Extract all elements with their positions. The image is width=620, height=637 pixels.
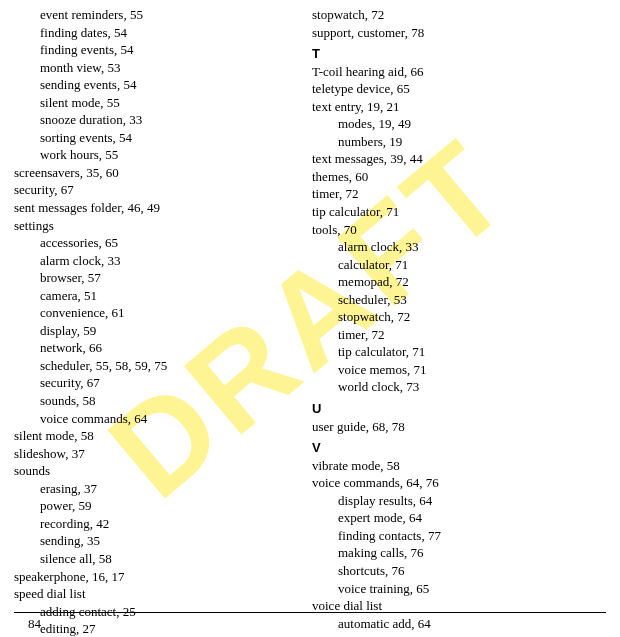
section-letter: V: [312, 439, 596, 457]
index-entry: text entry, 19, 21: [312, 98, 596, 116]
index-entry: tip calculator, 71: [312, 343, 596, 361]
index-entry: sending, 35: [14, 532, 298, 550]
index-page: event reminders, 55finding dates, 54find…: [0, 0, 620, 618]
index-entry: finding dates, 54: [14, 24, 298, 42]
index-entry: user guide, 68, 78: [312, 418, 596, 436]
index-entry: sounds, 58: [14, 392, 298, 410]
index-entry: power, 59: [14, 497, 298, 515]
index-entry: making calls, 76: [312, 544, 596, 562]
index-entry: scheduler, 53: [312, 291, 596, 309]
index-entry: scheduler, 55, 58, 59, 75: [14, 357, 298, 375]
index-entry: tip calculator, 71: [312, 203, 596, 221]
index-entry: sorting events, 54: [14, 129, 298, 147]
index-entry: stopwatch, 72: [312, 6, 596, 24]
index-entry: voice commands, 64: [14, 410, 298, 428]
index-entry: erasing, 37: [14, 480, 298, 498]
index-entry: world clock, 73: [312, 378, 596, 396]
index-entry: alarm clock, 33: [14, 252, 298, 270]
index-entry: snooze duration, 33: [14, 111, 298, 129]
index-entry: voice dial list: [312, 597, 596, 615]
index-entry: sent messages folder, 46, 49: [14, 199, 298, 217]
index-entry: camera, 51: [14, 287, 298, 305]
section-letter: T: [312, 45, 596, 63]
index-entry: finding contacts, 77: [312, 527, 596, 545]
index-entry: network, 66: [14, 339, 298, 357]
index-entry: security, 67: [14, 181, 298, 199]
index-entry: sounds: [14, 462, 298, 480]
index-entry: timer, 72: [312, 185, 596, 203]
index-entry: slideshow, 37: [14, 445, 298, 463]
index-entry: silent mode, 58: [14, 427, 298, 445]
index-entry: browser, 57: [14, 269, 298, 287]
index-entry: work hours, 55: [14, 146, 298, 164]
section-letter: U: [312, 400, 596, 418]
index-entry: silent mode, 55: [14, 94, 298, 112]
index-entry: editing, 27: [14, 620, 298, 637]
index-entry: accessories, 65: [14, 234, 298, 252]
index-entry: numbers, 19: [312, 133, 596, 151]
index-entry: speed dial list: [14, 585, 298, 603]
index-entry: support, customer, 78: [312, 24, 596, 42]
index-entry: voice training, 65: [312, 580, 596, 598]
index-entry: teletype device, 65: [312, 80, 596, 98]
index-entry: month view, 53: [14, 59, 298, 77]
index-entry: voice memos, 71: [312, 361, 596, 379]
index-entry: finding events, 54: [14, 41, 298, 59]
index-entry: convenience, 61: [14, 304, 298, 322]
index-entry: T-coil hearing aid, 66: [312, 63, 596, 81]
index-entry: sending events, 54: [14, 76, 298, 94]
index-entry: alarm clock, 33: [312, 238, 596, 256]
index-entry: display, 59: [14, 322, 298, 340]
index-entry: shortcuts, 76: [312, 562, 596, 580]
index-entry: automatic add, 64: [312, 615, 596, 633]
index-entry: text messages, 39, 44: [312, 150, 596, 168]
index-entry: security, 67: [14, 374, 298, 392]
index-entry: calculator, 71: [312, 256, 596, 274]
index-entry: vibrate mode, 58: [312, 457, 596, 475]
index-entry: themes, 60: [312, 168, 596, 186]
right-column: stopwatch, 72support, customer, 78TT-coi…: [308, 6, 606, 618]
index-entry: screensavers, 35, 60: [14, 164, 298, 182]
index-entry: silence all, 58: [14, 550, 298, 568]
index-entry: adding contact, 25: [14, 603, 298, 621]
index-entry: speakerphone, 16, 17: [14, 568, 298, 586]
left-column: event reminders, 55finding dates, 54find…: [14, 6, 308, 618]
index-entry: modes, 19, 49: [312, 115, 596, 133]
index-entry: timer, 72: [312, 326, 596, 344]
index-entry: expert mode, 64: [312, 509, 596, 527]
index-entry: recording, 42: [14, 515, 298, 533]
index-entry: memopad, 72: [312, 273, 596, 291]
index-entry: stopwatch, 72: [312, 308, 596, 326]
index-entry: voice commands, 64, 76: [312, 474, 596, 492]
index-entry: display results, 64: [312, 492, 596, 510]
index-entry: event reminders, 55: [14, 6, 298, 24]
index-entry: settings: [14, 217, 298, 235]
index-entry: tools, 70: [312, 221, 596, 239]
